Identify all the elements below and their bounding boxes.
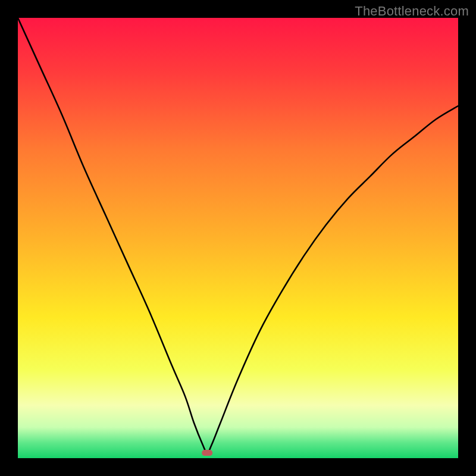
- optimum-marker: [202, 450, 212, 456]
- watermark-text: TheBottleneck.com: [355, 4, 469, 19]
- plot-svg: [18, 18, 458, 458]
- plot-area: [18, 18, 458, 458]
- gradient-background: [18, 18, 458, 458]
- chart-root: TheBottleneck.com: [0, 0, 476, 476]
